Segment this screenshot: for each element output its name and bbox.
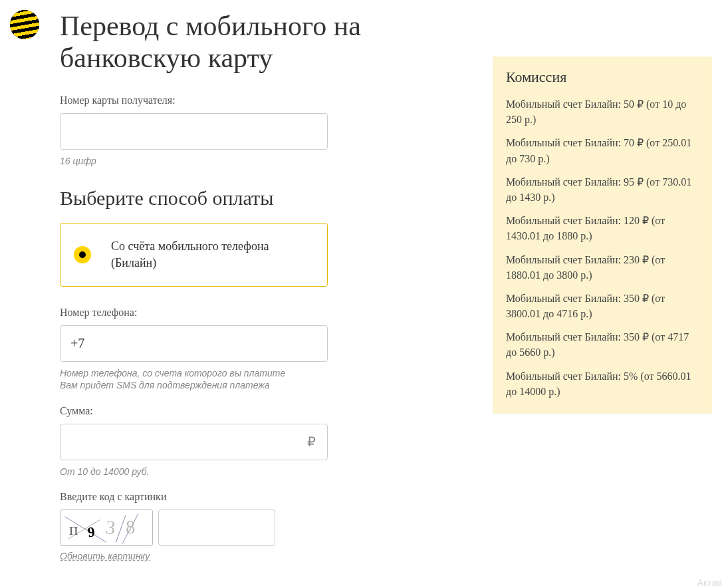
phone-number-group: Номер телефона: Номер телефона, со счета… <box>60 307 452 391</box>
phone-number-input[interactable] <box>60 325 328 362</box>
phone-number-hint: Номер телефона, со счета которого вы пла… <box>60 367 452 391</box>
payment-option-label: Со счёта мобильного телефона (Билайн) <box>111 238 314 271</box>
captcha-input[interactable] <box>158 510 275 546</box>
commission-item: Мобильный счет Билайн: 120 ₽ (от 1430.01… <box>506 213 699 243</box>
amount-label: Сумма: <box>60 405 452 417</box>
svg-text:9: 9 <box>86 523 96 540</box>
commission-item: Мобильный счет Билайн: 70 ₽ (от 250.01 д… <box>506 135 699 166</box>
commission-item: Мобильный счет Билайн: 230 ₽ (от 1880.01… <box>506 252 699 283</box>
amount-group: Сумма: ₽ От 10 до 14000 руб. <box>60 405 452 478</box>
commission-item: Мобильный счет Билайн: 350 ₽ (от 3800.01… <box>506 291 699 321</box>
captcha-group: Введите код с картинки п 9 3 8 <box>60 491 452 562</box>
captcha-label: Введите код с картинки <box>60 491 452 503</box>
commission-item: Мобильный счет Билайн: 95 ₽ (от 730.01 д… <box>506 174 699 205</box>
card-number-label: Номер карты получателя: <box>60 94 452 106</box>
phone-number-label: Номер телефона: <box>60 307 452 319</box>
svg-text:3: 3 <box>104 516 116 538</box>
svg-text:п: п <box>69 519 78 537</box>
refresh-captcha-link[interactable]: Обновить картинку <box>60 551 150 561</box>
payment-option-beeline[interactable]: Со счёта мобильного телефона (Билайн) <box>60 223 328 287</box>
card-number-group: Номер карты получателя: 16 цифр <box>60 94 452 167</box>
card-number-input[interactable] <box>60 113 328 150</box>
svg-line-2 <box>116 515 125 541</box>
payment-method-heading: Выберите способ оплаты <box>60 187 452 210</box>
watermark-text: Актив <box>697 577 722 585</box>
beeline-logo-icon <box>10 10 39 39</box>
commission-item: Мобильный счет Билайн: 50 ₽ (от 10 до 25… <box>506 96 699 127</box>
page-title: Перевод с мобильного на банковскую карту <box>60 10 452 74</box>
commission-item: Мобильный счет Билайн: 5% (от 5660.01 до… <box>506 368 699 399</box>
commission-panel: Комиссия Мобильный счет Билайн: 50 ₽ (от… <box>493 57 712 414</box>
svg-text:8: 8 <box>126 515 135 537</box>
captcha-image: п 9 3 8 <box>60 510 153 546</box>
commission-title: Комиссия <box>506 69 699 86</box>
commission-item: Мобильный счет Билайн: 350 ₽ (от 4717 до… <box>506 329 699 360</box>
amount-input[interactable] <box>60 424 328 460</box>
amount-hint: От 10 до 14000 руб. <box>60 466 452 478</box>
radio-selected-icon <box>74 246 91 263</box>
card-number-hint: 16 цифр <box>60 155 452 167</box>
